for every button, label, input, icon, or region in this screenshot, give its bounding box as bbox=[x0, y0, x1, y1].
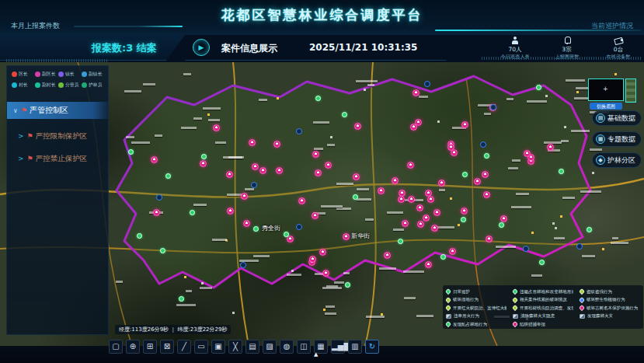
map-label-noise bbox=[143, 83, 155, 86]
case-marker[interactable] bbox=[243, 220, 250, 227]
patrol-marker[interactable] bbox=[137, 233, 142, 239]
basemap-thumbnail[interactable] bbox=[625, 79, 636, 103]
tick-strip-right bbox=[482, 57, 641, 60]
case-marker[interactable] bbox=[474, 178, 481, 185]
thematic-data-button[interactable]: ▦专题数据 bbox=[592, 131, 642, 147]
collapse-toolbar-button[interactable]: ▲ bbox=[314, 351, 318, 358]
patrol-marker[interactable] bbox=[128, 149, 134, 155]
case-marker[interactable] bbox=[241, 193, 248, 200]
case-marker[interactable] bbox=[273, 141, 280, 148]
legend-item-7[interactable]: 护林员 bbox=[82, 82, 105, 89]
patrol-marker[interactable] bbox=[201, 154, 207, 159]
event-legend-label: 相关案件线索的破坏情况 bbox=[520, 297, 567, 303]
patrol-marker[interactable] bbox=[315, 96, 321, 101]
zoom-extent-tool[interactable]: ⊞ bbox=[143, 340, 157, 354]
case-marker[interactable] bbox=[417, 221, 424, 228]
case-marker[interactable] bbox=[402, 220, 409, 227]
measure-area-tool[interactable]: ▨ bbox=[263, 340, 277, 354]
case-marker[interactable] bbox=[447, 144, 454, 151]
basemap-toggle-button[interactable]: 切换底图 bbox=[590, 103, 622, 110]
case-marker[interactable] bbox=[524, 150, 531, 157]
device-marker[interactable] bbox=[251, 182, 257, 188]
device-marker[interactable] bbox=[480, 141, 486, 148]
minimap-overview[interactable]: + bbox=[588, 79, 624, 101]
zone-tree-parent[interactable]: ∨⚑严管控制区 bbox=[7, 102, 108, 119]
case-marker[interactable] bbox=[276, 167, 283, 174]
case-marker[interactable] bbox=[486, 236, 493, 243]
zone-tree-child-1[interactable]: >⚑严控禁止保护区 bbox=[18, 154, 108, 164]
map-label-noise bbox=[124, 90, 142, 92]
case-marker[interactable] bbox=[392, 177, 399, 184]
device-marker[interactable] bbox=[156, 194, 162, 201]
case-marker[interactable] bbox=[213, 124, 220, 131]
map-label-noise bbox=[379, 267, 395, 270]
case-marker[interactable] bbox=[378, 187, 385, 194]
case-marker[interactable] bbox=[353, 173, 360, 180]
draw-rectangle-tool[interactable]: ▣ bbox=[211, 340, 225, 354]
header-decor-line-left bbox=[74, 26, 183, 27]
buffer-tool[interactable]: ◍ bbox=[280, 340, 294, 354]
basic-data-button[interactable]: ▤基础数据 bbox=[592, 110, 642, 126]
map-label-noise bbox=[336, 183, 354, 185]
case-marker[interactable] bbox=[200, 160, 207, 167]
print-tool[interactable]: ▥ bbox=[348, 340, 362, 354]
patrol-marker[interactable] bbox=[160, 248, 165, 253]
case-marker[interactable] bbox=[398, 196, 405, 203]
case-marker[interactable] bbox=[322, 270, 329, 277]
legend-item-1[interactable]: 副区长 bbox=[35, 71, 58, 78]
snapshot-tool[interactable]: ▤ bbox=[245, 340, 259, 354]
map-label-noise bbox=[367, 84, 374, 86]
pan-tool[interactable]: ▭ bbox=[194, 340, 208, 354]
case-marker[interactable] bbox=[312, 212, 319, 219]
case-marker[interactable] bbox=[416, 204, 423, 211]
event-legend-label: 违章用火行为 bbox=[454, 313, 479, 319]
measure-line-tool[interactable]: ╱ bbox=[177, 340, 191, 354]
zone-icon: ◆ bbox=[596, 155, 605, 165]
case-marker[interactable] bbox=[309, 256, 316, 263]
split-screen-tool[interactable]: ◫ bbox=[297, 340, 311, 354]
legend-item-2[interactable]: 镇长 bbox=[58, 71, 82, 78]
case-marker[interactable] bbox=[315, 169, 322, 176]
case-marker[interactable] bbox=[413, 89, 419, 96]
patrol-marker[interactable] bbox=[284, 232, 289, 237]
patrol-marker[interactable] bbox=[179, 296, 184, 302]
legend-dot-icon bbox=[12, 82, 17, 88]
patrol-marker[interactable] bbox=[345, 282, 350, 288]
refresh-tool[interactable]: ↻ bbox=[365, 340, 379, 354]
patrol-marker[interactable] bbox=[536, 85, 541, 90]
device-marker[interactable] bbox=[424, 81, 430, 87]
legend-item-4[interactable]: 村长 bbox=[12, 82, 35, 89]
statistics-tool[interactable]: ▂▅▇ bbox=[331, 340, 345, 354]
case-marker[interactable] bbox=[226, 171, 233, 178]
legend-item-6[interactable]: 分管员 bbox=[58, 82, 82, 89]
case-marker[interactable] bbox=[259, 167, 266, 174]
event-legend-label: 盗砍盗伐行为 bbox=[587, 288, 612, 295]
case-marker[interactable] bbox=[249, 139, 256, 146]
map-speck bbox=[450, 197, 452, 200]
patrol-marker[interactable] bbox=[499, 222, 504, 228]
case-info-button[interactable]: 案件信息展示 bbox=[221, 42, 277, 55]
case-marker[interactable] bbox=[319, 249, 326, 256]
forest-zone-button[interactable]: ◆护林分区 bbox=[592, 152, 642, 168]
device-marker[interactable] bbox=[296, 224, 302, 230]
data-layer-buttons: ▤基础数据▦专题数据◆护林分区 bbox=[592, 110, 642, 173]
case-marker[interactable] bbox=[354, 123, 361, 130]
frame-select-tool[interactable]: ▢ bbox=[109, 340, 123, 354]
zone-tree-child-0[interactable]: >⚑严控限制保护区 bbox=[18, 131, 108, 141]
legend-dot-icon bbox=[12, 72, 17, 77]
case-marker[interactable] bbox=[425, 261, 432, 268]
basemap-globe-tool[interactable]: ⊕ bbox=[126, 340, 140, 354]
map-speck bbox=[330, 136, 332, 138]
legend-item-0[interactable]: 区长 bbox=[12, 71, 35, 78]
case-marker[interactable] bbox=[407, 162, 414, 169]
case-marker[interactable] bbox=[410, 124, 417, 131]
measure-tools[interactable]: ╳ bbox=[228, 340, 242, 354]
map-label-noise bbox=[327, 144, 335, 146]
play-button[interactable]: ▶ bbox=[193, 39, 210, 56]
clear-selection-tool[interactable]: ⊠ bbox=[160, 340, 174, 354]
map-label-noise bbox=[387, 211, 404, 214]
patrol-marker[interactable] bbox=[353, 194, 358, 200]
map-label-noise bbox=[259, 99, 268, 101]
legend-item-5[interactable]: 副村长 bbox=[35, 82, 58, 89]
legend-item-3[interactable]: 副镇长 bbox=[82, 71, 105, 78]
